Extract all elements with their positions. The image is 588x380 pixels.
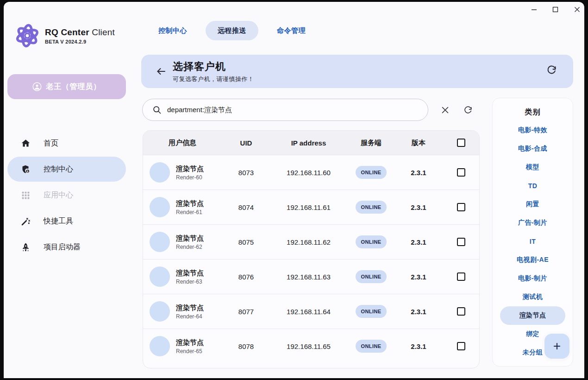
- row-checkbox[interactable]: [457, 203, 465, 211]
- top-tab-label: 远程推送: [218, 26, 246, 35]
- category-item[interactable]: 闲置: [500, 195, 565, 214]
- refresh-icon: [546, 65, 557, 75]
- client-version: 2.3.1: [395, 308, 442, 316]
- maximize-icon: [552, 6, 558, 13]
- client-name: 渲染节点: [176, 165, 204, 173]
- back-arrow-icon: [156, 66, 167, 77]
- user-badge[interactable]: 老王（管理员）: [7, 74, 126, 99]
- client-hostname: Render-60: [176, 174, 204, 181]
- select-client-banner: 选择客户机 可复选客户机，请谨慎操作！: [141, 55, 573, 88]
- category-item[interactable]: 电影-制片: [500, 269, 565, 288]
- client-hostname: Render-65: [176, 348, 204, 355]
- client-uid: 8076: [222, 273, 270, 281]
- client-table: 用户信息 UID IP address 服务端 版本 渲染节点 Render-6…: [143, 130, 480, 368]
- page-title: 选择客户机: [173, 60, 254, 74]
- category-item[interactable]: 测试机: [500, 288, 565, 306]
- client-version: 2.3.1: [395, 169, 442, 177]
- status-badge: ONLINE: [356, 305, 387, 318]
- column-header-uid: UID: [222, 139, 270, 147]
- category-panel-title: 类别: [493, 108, 573, 117]
- grid-icon: [20, 190, 31, 200]
- search-input[interactable]: [167, 106, 428, 114]
- table-row[interactable]: 渲染节点 Render-60 8073 192.168.11.60 ONLINE…: [143, 155, 479, 190]
- category-item[interactable]: IT: [500, 232, 565, 251]
- client-avatar: [150, 336, 170, 356]
- category-item[interactable]: 电影-特效: [500, 121, 565, 139]
- category-item[interactable]: TD: [500, 177, 565, 195]
- banner-refresh-button[interactable]: [546, 65, 559, 78]
- category-label: 广告-制片: [518, 219, 547, 227]
- table-row[interactable]: 渲染节点 Render-61 8074 192.168.11.61 ONLINE…: [143, 190, 479, 224]
- client-ip: 192.168.11.62: [270, 238, 347, 246]
- client-name: 渲染节点: [176, 269, 204, 278]
- category-item[interactable]: 广告-制片: [500, 214, 565, 232]
- category-label: 模型: [526, 163, 539, 171]
- top-tab[interactable]: 远程推送: [206, 21, 258, 40]
- row-checkbox[interactable]: [457, 168, 465, 177]
- shield-user-icon: [20, 164, 31, 174]
- table-row[interactable]: 渲染节点 Render-64 8077 192.168.11.64 ONLINE…: [143, 294, 479, 329]
- sidebar-nav-item[interactable]: 应用中心: [7, 183, 126, 208]
- maximize-button[interactable]: [550, 5, 560, 14]
- close-button[interactable]: [572, 5, 582, 14]
- search-refresh-button[interactable]: [461, 103, 475, 117]
- client-uid: 8073: [222, 169, 270, 177]
- select-all-checkbox[interactable]: [457, 139, 465, 147]
- category-item[interactable]: 渲染节点: [500, 306, 565, 325]
- magic-wand-icon: [20, 216, 31, 226]
- column-header-server: 服务端: [347, 139, 395, 147]
- category-item[interactable]: 模型: [500, 158, 565, 177]
- add-category-button[interactable]: +: [544, 334, 569, 359]
- client-ip: 192.168.11.60: [270, 169, 347, 177]
- top-tabs: 控制中心 远程推送 命令管理: [146, 20, 318, 41]
- sidebar-nav-label: 控制中心: [44, 165, 73, 174]
- search-bar: [142, 99, 428, 121]
- client-ip: 192.168.11.64: [270, 308, 347, 316]
- table-row[interactable]: 渲染节点 Render-65 8078 192.168.11.65 ONLINE…: [143, 329, 479, 363]
- client-avatar: [150, 197, 170, 217]
- sidebar-nav-item[interactable]: 快捷工具: [7, 209, 126, 234]
- clear-x-icon: [441, 106, 450, 114]
- column-header-version: 版本: [395, 139, 442, 147]
- row-checkbox[interactable]: [457, 307, 465, 316]
- category-panel: 类别 电影-特效 电影-合成 模型 TD 闲置: [492, 98, 573, 367]
- client-name: 渲染节点: [176, 338, 204, 347]
- rocket-icon: [20, 242, 31, 252]
- client-uid: 8074: [222, 203, 270, 211]
- top-tab[interactable]: 命令管理: [265, 21, 318, 40]
- app-title-light: Client: [89, 27, 115, 37]
- row-checkbox[interactable]: [457, 272, 465, 281]
- atom-logo-icon: [14, 22, 41, 49]
- clear-search-button[interactable]: [438, 103, 452, 117]
- client-hostname: Render-63: [176, 279, 204, 285]
- category-label: 电影-特效: [518, 126, 547, 134]
- client-version: 2.3.1: [395, 342, 442, 350]
- brand: RQ Center Client BETA V 2024.2.9: [14, 22, 115, 49]
- category-item[interactable]: 电视剧-AE: [500, 251, 565, 269]
- back-button[interactable]: [154, 64, 168, 78]
- user-name: 老王（管理员）: [46, 82, 101, 92]
- client-ip: 192.168.11.61: [270, 203, 347, 211]
- table-row[interactable]: 渲染节点 Render-62 8075 192.168.11.62 ONLINE…: [143, 224, 479, 259]
- row-checkbox[interactable]: [457, 342, 465, 350]
- row-checkbox[interactable]: [457, 238, 465, 246]
- client-name: 渲染节点: [176, 234, 204, 243]
- category-label: 电视剧-AE: [517, 256, 549, 264]
- sidebar-nav-item[interactable]: 控制中心: [7, 157, 126, 182]
- home-icon: [20, 138, 31, 148]
- top-tab[interactable]: 控制中心: [146, 21, 199, 40]
- sidebar-nav-item[interactable]: 项目启动器: [7, 234, 126, 260]
- category-label: 未分组: [523, 348, 543, 357]
- minimize-button[interactable]: [529, 5, 538, 14]
- table-row[interactable]: 渲染节点 Render-63 8076 192.168.11.63 ONLINE…: [143, 259, 479, 294]
- client-version: 2.3.1: [395, 203, 442, 211]
- sidebar-nav-item[interactable]: 首页: [7, 131, 126, 156]
- app-version: BETA V 2024.2.9: [45, 39, 115, 44]
- client-version: 2.3.1: [395, 238, 442, 246]
- client-hostname: Render-62: [176, 244, 204, 250]
- category-label: 电影-合成: [518, 145, 547, 153]
- status-badge: ONLINE: [356, 340, 387, 353]
- client-uid: 8078: [222, 342, 270, 350]
- top-tab-label: 命令管理: [277, 26, 306, 35]
- category-item[interactable]: 电影-合成: [500, 139, 565, 158]
